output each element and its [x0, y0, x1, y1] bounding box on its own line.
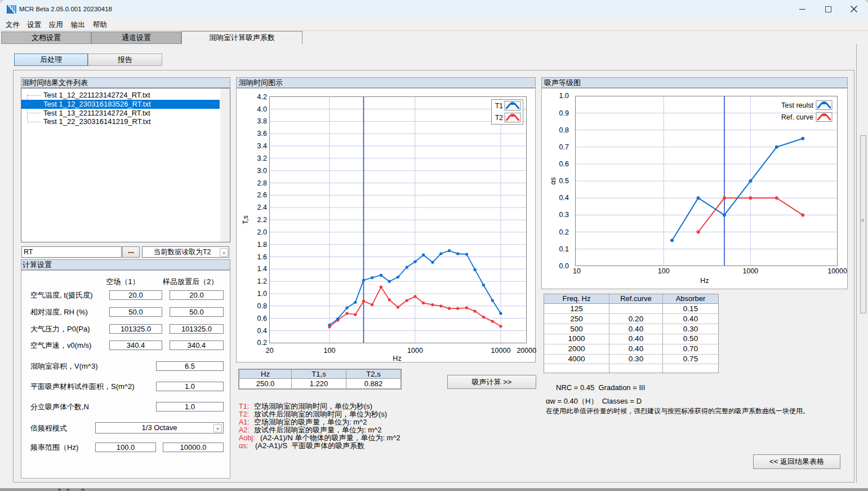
svg-text:2.4: 2.4	[257, 204, 267, 211]
svg-text:T2: T2	[495, 114, 503, 122]
svg-text:0.1: 0.1	[559, 245, 569, 253]
svg-text:T1: T1	[495, 102, 503, 110]
svg-text:0.4: 0.4	[559, 194, 569, 202]
svg-text:1.0: 1.0	[257, 290, 267, 298]
svg-text:2.2: 2.2	[257, 216, 267, 224]
svg-text:100: 100	[324, 347, 336, 355]
svg-text:0.0: 0.0	[559, 262, 569, 270]
svg-text:3.0: 3.0	[257, 167, 267, 175]
svg-text:3.4: 3.4	[257, 142, 267, 150]
svg-text:0.2: 0.2	[559, 228, 569, 236]
svg-text:3.6: 3.6	[257, 130, 267, 138]
svg-text:1000: 1000	[742, 267, 758, 275]
svg-text:0.6: 0.6	[559, 160, 569, 168]
svg-text:Ref. curve: Ref. curve	[781, 113, 813, 121]
svg-text:10000: 10000	[827, 267, 847, 275]
svg-text:0.6: 0.6	[257, 315, 267, 322]
svg-text:0.3: 0.3	[559, 211, 569, 219]
svg-text:Test reulst: Test reulst	[781, 101, 813, 109]
svg-text:0.8: 0.8	[559, 126, 569, 134]
svg-text:2.0: 2.0	[257, 228, 267, 236]
svg-text:0.9: 0.9	[559, 109, 569, 117]
svg-text:1000: 1000	[407, 347, 423, 355]
svg-text:0.4: 0.4	[257, 327, 267, 335]
svg-text:20000: 20000	[517, 347, 536, 355]
svg-text:1.4: 1.4	[257, 265, 267, 273]
svg-text:0.7: 0.7	[559, 143, 569, 151]
svg-text:T,s: T,s	[242, 215, 250, 224]
svg-text:Hz: Hz	[393, 355, 401, 362]
svg-text:αs: αs	[549, 178, 557, 185]
svg-text:Hz: Hz	[700, 277, 709, 285]
svg-text:2.6: 2.6	[257, 191, 267, 199]
svg-text:0.8: 0.8	[257, 302, 267, 310]
svg-text:3.8: 3.8	[257, 117, 267, 125]
svg-text:0.2: 0.2	[257, 339, 267, 347]
svg-text:20: 20	[266, 347, 274, 355]
svg-text:4.2: 4.2	[257, 93, 267, 101]
svg-text:4.0: 4.0	[257, 105, 267, 113]
svg-text:3.2: 3.2	[257, 154, 267, 162]
svg-text:2.8: 2.8	[257, 179, 267, 187]
svg-text:1.6: 1.6	[257, 253, 267, 261]
svg-text:1.0: 1.0	[559, 92, 569, 100]
svg-text:1.2: 1.2	[257, 277, 267, 285]
svg-text:10000: 10000	[491, 347, 511, 355]
svg-text:100: 100	[658, 267, 670, 275]
svg-text:10: 10	[573, 267, 581, 275]
svg-text:1.8: 1.8	[257, 241, 267, 249]
svg-text:0.5: 0.5	[559, 177, 569, 185]
